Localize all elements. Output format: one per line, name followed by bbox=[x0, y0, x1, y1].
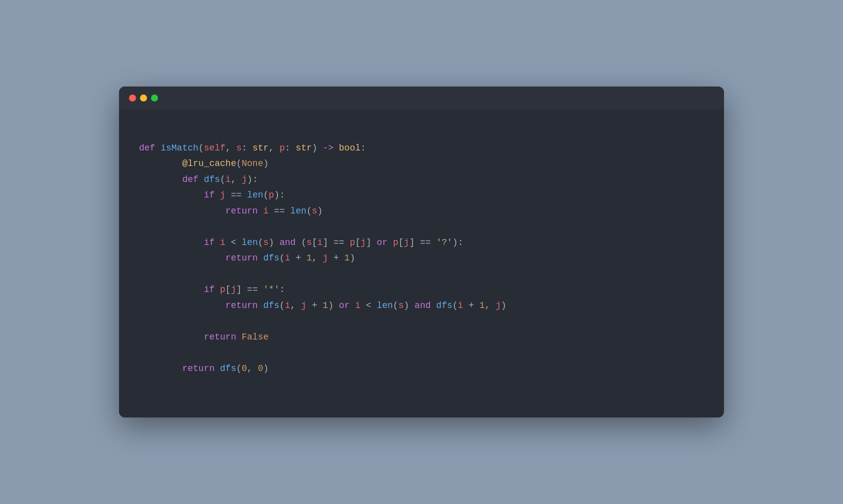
code-block: def isMatch(self, s: str, p: str) -> boo… bbox=[119, 110, 724, 418]
maximize-button[interactable] bbox=[151, 94, 158, 102]
minimize-button[interactable] bbox=[140, 94, 147, 102]
titlebar bbox=[119, 86, 724, 110]
close-button[interactable] bbox=[129, 94, 136, 102]
code-window: def isMatch(self, s: str, p: str) -> boo… bbox=[119, 86, 724, 418]
